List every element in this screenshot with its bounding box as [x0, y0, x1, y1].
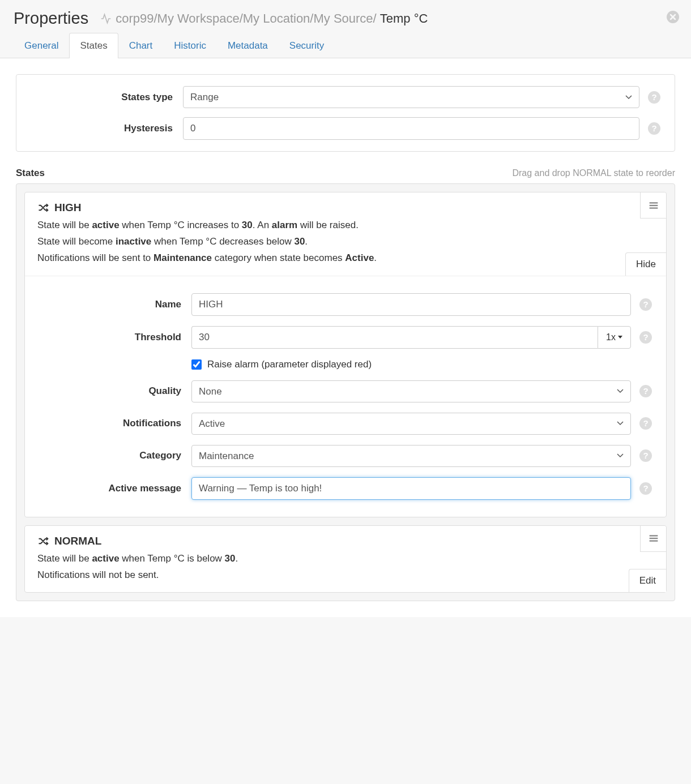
threshold-multiplier[interactable]: 1x — [598, 326, 631, 349]
states-section-title: States — [16, 168, 45, 179]
drag-handle[interactable] — [640, 526, 666, 552]
raise-alarm-label: Raise alarm (parameter displayed red) — [207, 359, 372, 370]
name-input[interactable] — [191, 293, 631, 316]
breadcrumb-path: corp99/My Workspace/My Location/My Sourc… — [116, 11, 377, 26]
state-high-header: HIGH State will be active when Temp °C i… — [25, 192, 666, 276]
notifications-label: Notifications — [39, 418, 191, 429]
header: Properties corp99/My Workspace/My Locati… — [0, 0, 691, 32]
svg-text:?: ? — [643, 332, 648, 342]
threshold-label: Threshold — [39, 332, 191, 343]
state-normal-title: NORMAL — [37, 535, 654, 547]
shuffle-icon — [37, 202, 49, 213]
states-container: HIGH State will be active when Temp °C i… — [16, 183, 675, 601]
help-icon[interactable]: ? — [639, 384, 652, 398]
hide-button[interactable]: Hide — [625, 252, 666, 276]
svg-text:?: ? — [651, 123, 656, 133]
state-card-normal: NORMAL State will be active when Temp °C… — [24, 525, 667, 593]
shuffle-icon — [37, 535, 49, 547]
breadcrumb-current: Temp °C — [380, 11, 428, 26]
svg-text:?: ? — [651, 92, 656, 102]
pulse-icon — [100, 13, 112, 24]
help-icon[interactable]: ? — [647, 122, 661, 135]
active-message-input[interactable] — [191, 477, 631, 500]
svg-text:?: ? — [643, 483, 648, 493]
state-normal-header: NORMAL State will be active when Temp °C… — [25, 526, 666, 593]
hysteresis-input[interactable] — [183, 117, 639, 140]
tab-historic[interactable]: Historic — [163, 33, 217, 58]
help-icon[interactable]: ? — [639, 482, 652, 495]
quality-label: Quality — [39, 385, 191, 397]
state-high-title: HIGH — [37, 202, 654, 214]
state-normal-name: NORMAL — [54, 535, 101, 547]
states-type-row: States type Range ? — [30, 86, 661, 108]
states-type-select[interactable]: Range — [183, 86, 639, 108]
close-button[interactable] — [666, 10, 680, 24]
drag-handle[interactable] — [640, 192, 666, 219]
hysteresis-row: Hysteresis ? — [30, 117, 661, 140]
category-label: Category — [39, 450, 191, 461]
notifications-select[interactable]: Active — [191, 413, 631, 435]
tab-security[interactable]: Security — [279, 33, 335, 58]
svg-text:?: ? — [643, 451, 648, 460]
threshold-input[interactable] — [191, 326, 598, 349]
breadcrumb: corp99/My Workspace/My Location/My Sourc… — [100, 11, 428, 26]
state-high-name: HIGH — [54, 202, 82, 214]
states-type-label: States type — [30, 92, 183, 103]
help-icon[interactable]: ? — [639, 331, 652, 344]
states-config-panel: States type Range ? Hysteresis ? — [16, 74, 675, 152]
page-title: Properties — [14, 9, 88, 28]
raise-alarm-row[interactable]: Raise alarm (parameter displayed red) — [191, 359, 631, 370]
active-message-label: Active message — [39, 483, 191, 494]
state-high-body: Name ? Threshold 1x — [25, 276, 666, 517]
state-high-description: State will be active when Temp °C increa… — [37, 217, 654, 267]
state-normal-description: State will be active when Temp °C is bel… — [37, 551, 654, 584]
tab-chart[interactable]: Chart — [118, 33, 164, 58]
svg-text:?: ? — [643, 299, 648, 309]
raise-alarm-checkbox[interactable] — [191, 359, 202, 370]
svg-text:?: ? — [643, 386, 648, 396]
hysteresis-label: Hysteresis — [30, 123, 183, 134]
help-icon[interactable]: ? — [639, 298, 652, 311]
state-card-high: HIGH State will be active when Temp °C i… — [24, 192, 667, 517]
help-icon[interactable]: ? — [639, 417, 652, 430]
name-label: Name — [39, 299, 191, 310]
states-section-header: States Drag and drop NORMAL state to reo… — [16, 168, 675, 179]
content: States type Range ? Hysteresis ? — [0, 58, 691, 617]
states-reorder-hint: Drag and drop NORMAL state to reorder — [512, 168, 675, 178]
tab-metadata[interactable]: Metadata — [217, 33, 279, 58]
help-icon[interactable]: ? — [647, 91, 661, 104]
help-icon[interactable]: ? — [639, 449, 652, 462]
tab-general[interactable]: General — [14, 33, 69, 58]
svg-text:?: ? — [643, 418, 648, 428]
edit-button[interactable]: Edit — [629, 569, 666, 592]
category-select[interactable]: Maintenance — [191, 445, 631, 467]
quality-select[interactable]: None — [191, 380, 631, 402]
tabs: General States Chart Historic Metadata S… — [0, 32, 691, 58]
tab-states[interactable]: States — [69, 33, 118, 58]
caret-down-icon — [618, 336, 622, 339]
